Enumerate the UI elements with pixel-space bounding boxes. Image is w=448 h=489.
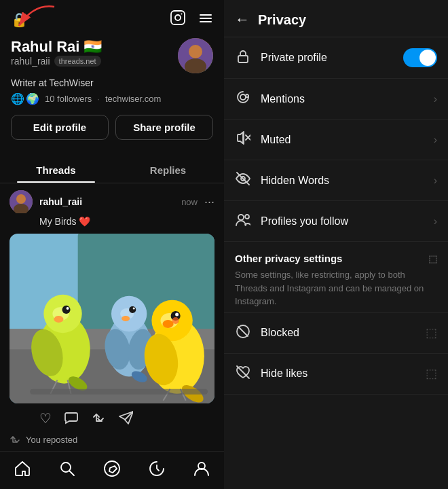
mention-icon	[235, 90, 251, 108]
svg-point-2	[175, 15, 181, 20]
nav-compose-button[interactable]	[103, 460, 121, 482]
comment-button[interactable]	[64, 410, 79, 429]
display-name: Rahul Rai	[11, 38, 79, 56]
top-bar: 🔒	[0, 0, 224, 35]
svg-point-34	[122, 316, 130, 321]
followers-count: 10 followers	[45, 94, 92, 104]
bottom-nav	[0, 451, 224, 489]
profile-section: Rahul Rai 🇮🇳 rahul_raii threads.net Writ…	[0, 35, 224, 158]
post-header: rahul_raii now ···	[10, 190, 214, 213]
chevron-profiles-icon: ›	[434, 215, 437, 228]
privacy-title: Privacy	[258, 12, 306, 28]
svg-point-59	[245, 215, 249, 219]
share-button[interactable]	[118, 410, 133, 429]
post-image	[10, 234, 214, 403]
like-button[interactable]: ♡	[39, 410, 52, 429]
svg-rect-6	[200, 21, 212, 22]
toggle-knob	[419, 50, 436, 66]
hidden-words-item[interactable]: Hidden Words ›	[224, 160, 448, 201]
hide-likes-label: Hide likes	[261, 367, 307, 380]
blocked-left: Blocked	[235, 324, 299, 342]
nav-activity-button[interactable]	[148, 460, 166, 482]
post-more-button[interactable]: ···	[204, 195, 214, 209]
blocked-label: Blocked	[261, 327, 299, 339]
blocked-item[interactable]: Blocked ⬚	[224, 313, 448, 354]
mentions-left: Mentions	[235, 90, 305, 108]
profiles-follow-label: Profiles you follow	[261, 215, 348, 228]
profile-header: Rahul Rai 🇮🇳 rahul_raii threads.net	[11, 38, 213, 73]
svg-point-42	[162, 320, 173, 328]
hide-likes-icon	[235, 365, 251, 383]
lock-icon[interactable]: 🔒	[11, 12, 28, 28]
mentions-item[interactable]: Mentions ›	[224, 79, 448, 120]
profiles-follow-right: ›	[434, 215, 437, 228]
repost-text: You reposted	[26, 435, 77, 445]
chevron-icon: ›	[434, 93, 437, 105]
external-link-icon: ⬚	[428, 253, 437, 264]
profiles-follow-left: Profiles you follow	[235, 212, 348, 230]
privacy-header: ← Privacy	[224, 0, 448, 37]
svg-point-43	[172, 317, 179, 324]
svg-point-22	[67, 307, 69, 310]
flag-emoji: 🇮🇳	[83, 38, 102, 56]
hidden-words-label: Hidden Words	[261, 175, 329, 187]
follower-avatar-2: 🌍	[26, 92, 39, 105]
svg-rect-47	[30, 389, 208, 395]
mentions-label: Mentions	[261, 93, 305, 105]
blocked-icon	[235, 324, 251, 342]
username-row: rahul_raii threads.net	[11, 56, 102, 67]
tab-threads[interactable]: Threads	[0, 158, 112, 183]
website-link[interactable]: techwiser.com	[105, 94, 161, 104]
private-profile-left: Private profile	[235, 49, 327, 67]
profiles-icon	[235, 212, 251, 230]
svg-rect-52	[238, 56, 248, 62]
right-panel: ← Privacy Private profile	[224, 0, 448, 489]
instagram-icon[interactable]	[170, 10, 186, 30]
nav-profile-button[interactable]	[193, 460, 210, 482]
svg-point-11	[16, 194, 26, 204]
other-settings-title[interactable]: Other privacy settings ⬚	[235, 253, 437, 264]
avatar	[178, 38, 213, 73]
tab-replies[interactable]: Replies	[112, 158, 224, 183]
chevron-hidden-icon: ›	[434, 175, 437, 187]
post-avatar	[10, 190, 33, 213]
muted-item[interactable]: Muted ›	[224, 120, 448, 160]
private-profile-toggle[interactable]	[403, 48, 437, 67]
svg-point-41	[175, 312, 179, 316]
chevron-muted-icon: ›	[434, 134, 437, 146]
mentions-right: ›	[434, 93, 437, 105]
menu-icon[interactable]	[198, 11, 213, 29]
privacy-list: Private profile Mentions ›	[224, 37, 448, 242]
post-username: rahul_raii	[39, 196, 82, 207]
top-bar-right	[170, 10, 213, 30]
share-profile-button[interactable]: Share profile	[115, 115, 213, 140]
profiles-follow-item[interactable]: Profiles you follow ›	[224, 201, 448, 242]
hidden-words-left: Hidden Words	[235, 171, 329, 189]
svg-point-8	[189, 45, 202, 58]
other-settings-section: Other privacy settings ⬚ Some settings, …	[224, 242, 448, 313]
nav-search-button[interactable]	[58, 460, 76, 482]
profile-name: Rahul Rai 🇮🇳	[11, 38, 102, 56]
private-profile-item[interactable]: Private profile	[224, 37, 448, 79]
repost-button[interactable]	[91, 410, 106, 429]
hide-likes-external-icon: ⬚	[426, 366, 437, 381]
username: rahul_raii	[11, 56, 50, 67]
blocked-external-icon: ⬚	[426, 325, 437, 340]
svg-point-3	[181, 14, 183, 15]
post: rahul_raii now ··· My Birds ❤️	[0, 183, 224, 431]
bio: Writer at TechWiser	[11, 77, 213, 88]
left-panel: 🔒 Rahul Rai	[0, 0, 224, 489]
post-time: now	[181, 197, 198, 207]
nav-home-button[interactable]	[14, 460, 31, 482]
follower-avatars: 🌐 🌍	[11, 92, 39, 105]
svg-point-23	[54, 316, 63, 323]
back-button[interactable]: ←	[235, 11, 250, 29]
hide-likes-item[interactable]: Hide likes ⬚	[224, 354, 448, 395]
post-actions: ♡	[10, 403, 214, 431]
svg-point-58	[238, 215, 244, 220]
edit-profile-button[interactable]: Edit profile	[11, 115, 109, 140]
private-profile-label: Private profile	[261, 52, 327, 64]
svg-point-53	[240, 94, 246, 100]
svg-rect-4	[200, 14, 212, 16]
muted-left: Muted	[235, 130, 291, 149]
